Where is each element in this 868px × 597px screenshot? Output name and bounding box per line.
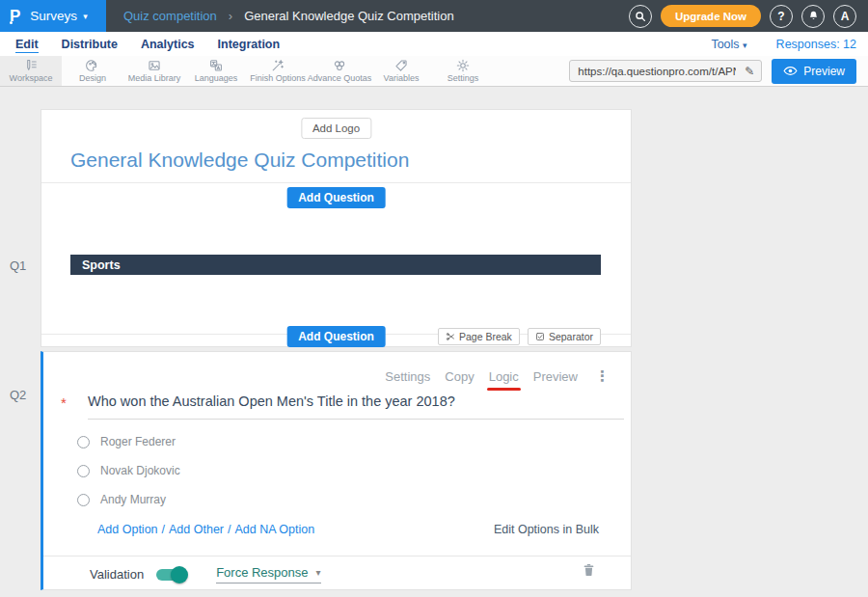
chevron-down-icon: ▾	[743, 41, 747, 50]
product-name-label: Surveys	[30, 9, 77, 23]
question-copy-link[interactable]: Copy	[445, 369, 474, 384]
toolbar-right-group: ✎ Preview	[569, 56, 868, 86]
validation-type-dropdown[interactable]: Force Response ▾	[216, 565, 320, 583]
surveys-product-menu[interactable]: P Surveys ▾	[0, 0, 106, 32]
app-window: P Surveys ▾ Quiz competition › General K…	[0, 0, 868, 597]
link-separator: /	[162, 523, 165, 536]
validation-toggle[interactable]	[156, 569, 185, 581]
top-app-bar: P Surveys ▾ Quiz competition › General K…	[0, 0, 868, 32]
palette-icon	[86, 59, 99, 72]
add-logo-button[interactable]: Add Logo	[301, 118, 371, 139]
break-buttons-group: Page Break Separator	[438, 328, 601, 345]
breadcrumb: Quiz competition › General Knowledge Qui…	[123, 9, 454, 23]
tab-analytics[interactable]: Analytics	[129, 38, 206, 51]
nav-right-group: Tools ▾ Responses: 12	[711, 38, 856, 51]
separator-button[interactable]: Separator	[528, 328, 601, 345]
upgrade-now-button[interactable]: Upgrade Now	[661, 5, 761, 27]
tab-edit[interactable]: Edit	[4, 38, 50, 51]
tab-distribute[interactable]: Distribute	[50, 38, 129, 51]
tools-menu[interactable]: Tools ▾	[711, 38, 746, 51]
validation-row: Validation Force Response ▾	[90, 565, 321, 583]
breadcrumb-separator-icon: ›	[229, 9, 232, 23]
bell-icon	[807, 10, 820, 22]
answer-option-row[interactable]: Novak Djokovic	[77, 464, 180, 477]
checkbox-check-icon	[535, 332, 545, 341]
workspace-icon	[24, 59, 38, 72]
toolbar-item-finish-options[interactable]: Finish Options	[247, 56, 309, 86]
add-question-button-bottom[interactable]: Add Question	[286, 326, 386, 347]
radio-button-icon[interactable]	[77, 465, 90, 477]
chevron-down-icon: ▾	[316, 567, 321, 578]
questionpro-logo-icon: P	[10, 8, 20, 24]
edit-options-in-bulk-link[interactable]: Edit Options in Bulk	[494, 523, 599, 536]
answer-option-row[interactable]: Roger Federer	[77, 435, 176, 448]
add-option-link[interactable]: Add Option	[97, 523, 158, 536]
responses-count-link[interactable]: Responses: 12	[776, 38, 856, 51]
question-text-input[interactable]: Who won the Australian Open Men's Title …	[88, 393, 624, 420]
radio-button-icon[interactable]	[77, 494, 90, 506]
eye-icon	[783, 66, 798, 76]
delete-question-icon[interactable]	[582, 562, 596, 578]
survey-editor-canvas: Q1 Q2 Add Logo General Knowledge Quiz Co…	[0, 87, 868, 597]
required-asterisk: *	[61, 393, 88, 420]
toolbar-item-variables[interactable]: Variables	[370, 56, 432, 86]
question-1-text-bar[interactable]: Sports	[70, 255, 601, 275]
survey-header-card: Add Logo General Knowledge Quiz Competit…	[41, 109, 632, 347]
answer-option-row[interactable]: Andy Murray	[77, 493, 166, 506]
chain-links-icon	[333, 59, 346, 72]
magic-wand-icon	[271, 59, 285, 72]
search-icon	[634, 10, 647, 23]
edit-url-icon[interactable]: ✎	[738, 65, 761, 78]
toolbar-item-advance-quotas[interactable]: Advance Quotas	[309, 56, 370, 86]
question-2-card: Settings Copy Logic Preview ⋮ * Who won …	[41, 351, 632, 590]
add-other-link[interactable]: Add Other	[169, 523, 224, 536]
help-icon: ?	[777, 10, 784, 23]
card-footer-divider	[43, 556, 631, 556]
toolbar-item-languages[interactable]: Languages	[185, 56, 247, 86]
question-text-row: * Who won the Australian Open Men's Titl…	[61, 393, 624, 420]
breadcrumb-parent-link[interactable]: Quiz competition	[123, 9, 217, 23]
validation-label: Validation	[90, 567, 144, 582]
survey-url-input[interactable]	[570, 66, 738, 77]
logic-highlight-marker	[487, 388, 521, 391]
section-nav: Edit Distribute Analytics Integration To…	[0, 32, 868, 56]
question-logic-link[interactable]: Logic	[489, 369, 519, 384]
image-icon	[148, 59, 161, 72]
option-links-group: Add Option/Add Other/Add NA Option	[97, 523, 314, 536]
toolbar-item-workspace[interactable]: Workspace	[0, 56, 62, 86]
gear-icon	[456, 59, 470, 72]
toolbar-item-settings[interactable]: Settings	[432, 56, 494, 86]
chevron-down-icon: ▾	[83, 12, 88, 21]
question-1-id-label: Q1	[10, 258, 26, 273]
toolbar-item-design[interactable]: Design	[62, 56, 123, 86]
question-preview-link[interactable]: Preview	[533, 369, 578, 384]
help-button[interactable]: ?	[770, 5, 793, 28]
translate-icon	[209, 59, 223, 72]
topbar-actions: Upgrade Now ? A	[629, 5, 868, 28]
avatar-initial: A	[841, 10, 850, 23]
link-separator: /	[228, 523, 231, 536]
toggle-knob	[171, 566, 188, 583]
edit-toolbar: Workspace Design Media Library Languages…	[0, 56, 868, 87]
add-na-option-link[interactable]: Add NA Option	[235, 523, 315, 536]
scissors-icon	[446, 332, 455, 341]
logo-dot	[10, 21, 13, 24]
preview-button[interactable]: Preview	[772, 59, 856, 84]
tab-integration[interactable]: Integration	[206, 38, 292, 51]
survey-url-box: ✎	[569, 60, 762, 82]
add-question-button-top[interactable]: Add Question	[286, 187, 386, 208]
page-break-button[interactable]: Page Break	[438, 328, 520, 345]
survey-title[interactable]: General Knowledge Quiz Competition	[70, 149, 409, 172]
breadcrumb-current-title: General Knowledge Quiz Competition	[244, 9, 454, 23]
question-settings-link[interactable]: Settings	[385, 369, 430, 384]
question-2-id-label: Q2	[10, 388, 26, 402]
question-action-menu: Settings Copy Logic Preview ⋮	[385, 367, 610, 385]
search-button[interactable]	[629, 5, 652, 28]
toolbar-item-media-library[interactable]: Media Library	[123, 56, 185, 86]
notifications-button[interactable]	[801, 5, 825, 28]
more-options-icon[interactable]: ⋮	[595, 367, 610, 385]
avatar-button[interactable]: A	[833, 5, 856, 28]
tag-icon	[394, 59, 408, 72]
section-divider	[41, 182, 631, 183]
radio-button-icon[interactable]	[77, 436, 90, 448]
